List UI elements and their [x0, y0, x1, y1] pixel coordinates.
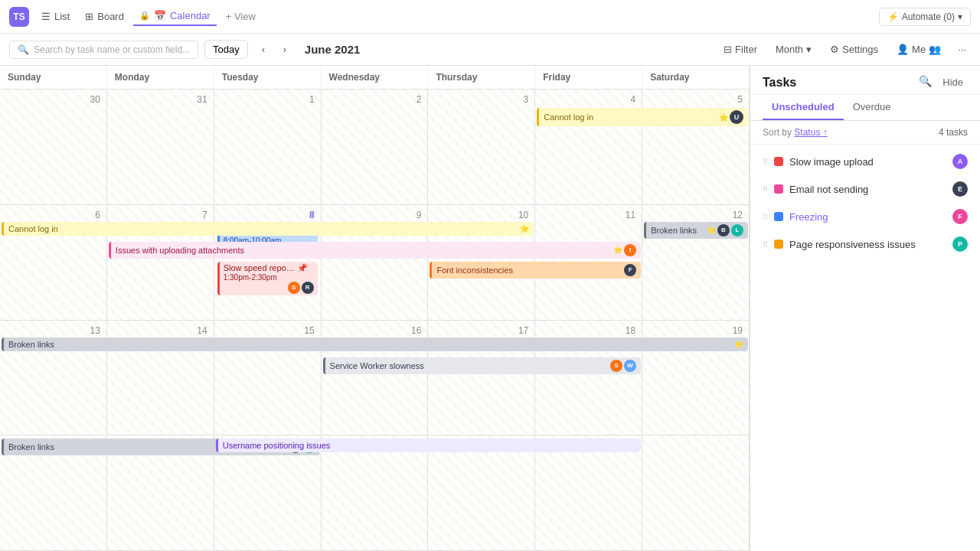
- workspace-icon[interactable]: TS: [9, 7, 29, 27]
- chevron-down-icon: ▾: [958, 11, 962, 22]
- event-username-positioning[interactable]: Username positioning issues: [216, 439, 641, 452]
- cell-w0-fri[interactable]: 4: [535, 90, 642, 204]
- today-button[interactable]: Today: [204, 40, 248, 59]
- day-header-tuesday: Tuesday: [214, 66, 322, 89]
- event-title: Slow speed repo… 📌: [224, 263, 308, 273]
- cell-w3-wed[interactable]: [322, 435, 429, 550]
- avatar: B: [717, 224, 730, 236]
- sort-label: Sort by: [763, 127, 794, 138]
- calendar-week-1: 6 7 8 Possible memor… 📌 8:00am-10:00am P: [0, 205, 750, 321]
- nav-calendar[interactable]: 🔒 📅 Calendar: [133, 7, 217, 26]
- hide-button[interactable]: Hide: [938, 75, 968, 90]
- sort-field[interactable]: Status ↑: [794, 127, 827, 138]
- cell-w3-fri[interactable]: [535, 435, 642, 550]
- cell-w0-sun[interactable]: 30: [0, 90, 107, 204]
- cell-w3-thu[interactable]: [428, 435, 535, 550]
- me-button[interactable]: 👤 Me 👥: [890, 41, 947, 58]
- nav-arrows: ‹ ›: [254, 41, 294, 59]
- calendar-main: Sunday Monday Tuesday Wednesday Thursday…: [0, 66, 750, 551]
- task-name: Page responsiveness issues: [789, 239, 946, 250]
- tasks-sort: Sort by Status ↑ 4 tasks: [750, 121, 980, 145]
- date-w2-wed: 16: [325, 324, 425, 337]
- drag-icon: ⠿: [763, 158, 768, 166]
- tasks-panel: Tasks 🔍 Hide Unscheduled Overdue Sort by…: [750, 66, 980, 551]
- toolbar: 🔍 Search by task name or custom field...…: [0, 34, 980, 66]
- event-slow-speed[interactable]: Slow speed repo… 📌 1:30pm-2:30pm S R: [217, 262, 318, 295]
- event-broken-links-week1-sat[interactable]: Broken links ⭐ B L: [644, 222, 748, 239]
- date-w1-fri: 11: [538, 208, 639, 222]
- event-label: Username positioning issues: [223, 441, 331, 450]
- date-w2-sun: 13: [3, 324, 103, 337]
- day-headers: Sunday Monday Tuesday Wednesday Thursday…: [0, 66, 750, 90]
- drag-icon: ⠿: [763, 213, 768, 221]
- date-w0-sat: 5: [645, 93, 746, 106]
- avatar: U: [730, 110, 743, 124]
- group-icon: 👥: [929, 44, 941, 55]
- tasks-actions: 🔍 Hide: [919, 75, 968, 90]
- task-list: ⠿ Slow image upload A ⠿ Email not sendin…: [750, 145, 980, 261]
- day-header-saturday: Saturday: [642, 66, 750, 89]
- month-title: June 2021: [305, 43, 361, 56]
- avatar: W: [624, 360, 636, 372]
- event-upload-issues[interactable]: Issues with uploading attachments ⭐ I: [109, 242, 641, 259]
- drag-icon: ⠿: [763, 240, 768, 249]
- more-button[interactable]: ···: [953, 41, 971, 58]
- task-item-email[interactable]: ⠿ Email not sending E: [750, 175, 980, 203]
- list-icon: ☰: [41, 11, 51, 22]
- cell-w0-mon[interactable]: 31: [107, 90, 214, 204]
- nav-list[interactable]: ☰ List: [35, 8, 76, 25]
- event-font-inconsistencies[interactable]: Font inconsistencies F: [430, 262, 641, 279]
- date-w2-fri: 18: [538, 324, 639, 337]
- event-service-worker[interactable]: Service Worker slowness S W: [323, 357, 642, 374]
- automate-button[interactable]: ⚡ Automate (0) ▾: [879, 8, 971, 26]
- next-button[interactable]: ›: [276, 41, 294, 59]
- automate-icon: ⚡: [887, 11, 899, 22]
- date-w0-wed: 2: [325, 93, 425, 106]
- nav-board[interactable]: ⊞ Board: [79, 8, 130, 25]
- event-label: Cannot log in: [8, 224, 58, 233]
- tasks-tabs: Unscheduled Overdue: [750, 95, 980, 121]
- date-w1-wed: 9: [325, 208, 425, 222]
- prev-button[interactable]: ‹: [254, 41, 273, 59]
- cell-w3-sat[interactable]: [642, 435, 750, 550]
- search-icon[interactable]: 🔍: [919, 75, 932, 90]
- nav-add-view[interactable]: + View: [220, 8, 262, 25]
- date-w1-tue: 8: [217, 208, 318, 222]
- tab-unscheduled[interactable]: Unscheduled: [763, 95, 844, 120]
- task-item-freezing[interactable]: ⠿ Freezing F: [750, 203, 980, 230]
- event-label: Cannot log in: [544, 112, 593, 122]
- task-name-link[interactable]: Freezing: [789, 211, 946, 223]
- drag-icon: ⠿: [763, 185, 768, 194]
- tab-overdue[interactable]: Overdue: [844, 95, 900, 120]
- cell-w0-sat[interactable]: 5: [642, 90, 750, 204]
- event-broken-links-week2[interactable]: Broken links ⭐: [2, 337, 748, 351]
- avatar: L: [731, 224, 743, 236]
- task-avatar: A: [952, 154, 968, 169]
- date-w0-thu: 3: [431, 93, 531, 106]
- task-item-slow-image[interactable]: ⠿ Slow image upload A: [750, 148, 980, 175]
- task-item-page-responsiveness[interactable]: ⠿ Page responsiveness issues P: [750, 230, 980, 258]
- cell-w0-wed[interactable]: 2: [322, 90, 429, 204]
- cell-w0-thu[interactable]: 3: [428, 90, 535, 204]
- date-w3-sat: [645, 439, 746, 442]
- event-cannot-log-in-top[interactable]: Cannot log in ⭐ U: [537, 108, 748, 126]
- calendar-container: Sunday Monday Tuesday Wednesday Thursday…: [0, 66, 980, 551]
- filter-icon: ⊟: [724, 44, 732, 55]
- event-label: Broken links: [8, 340, 54, 349]
- search-box[interactable]: 🔍 Search by task name or custom field...: [9, 41, 198, 59]
- search-icon: 🔍: [18, 44, 29, 55]
- calendar-icon: 📅: [154, 10, 166, 21]
- avatar: S: [610, 360, 622, 372]
- search-placeholder: Search by task name or custom field...: [34, 44, 190, 55]
- day-header-thursday: Thursday: [428, 66, 535, 89]
- cell-w0-tue[interactable]: 1: [214, 90, 322, 204]
- filter-button[interactable]: ⊟ Filter: [717, 41, 763, 58]
- task-avatar: E: [952, 181, 968, 197]
- settings-button[interactable]: ⚙ Settings: [824, 41, 884, 58]
- day-header-wednesday: Wednesday: [322, 66, 429, 89]
- date-w2-sat: 19: [645, 324, 746, 337]
- event-cannot-log-in-week1[interactable]: Cannot log in ⭐: [2, 222, 534, 236]
- month-button[interactable]: Month ▾: [769, 41, 818, 58]
- tasks-count: 4 tasks: [939, 127, 968, 138]
- date-w2-mon: 14: [110, 324, 211, 337]
